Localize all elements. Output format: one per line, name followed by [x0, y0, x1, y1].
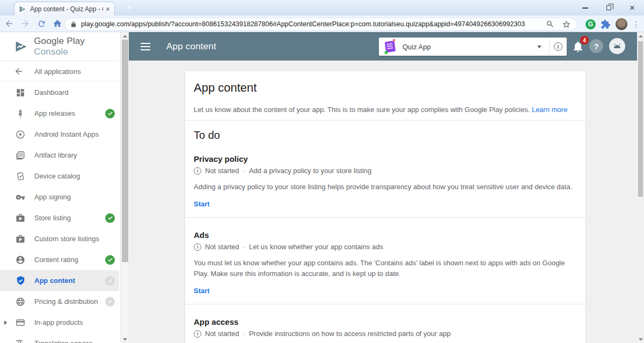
sidebar-item-custom-store-listings[interactable]: Custom store listings — [0, 228, 119, 249]
learn-more-link[interactable]: Learn more — [532, 106, 567, 114]
scroll-down-arrow[interactable] — [637, 335, 644, 343]
puzzle-extension-icon[interactable] — [601, 19, 611, 29]
browser-toolbar: play.google.com/apps/publish/?account=80… — [0, 16, 644, 32]
expand-caret-icon[interactable] — [4, 320, 7, 325]
window-controls: × — [573, 0, 644, 16]
page-scrollbar[interactable] — [637, 32, 644, 343]
info-icon: i — [194, 167, 201, 175]
status-text: Not started — [205, 330, 239, 338]
section-privacy-policy: Privacy policy i Not started · Add a pri… — [194, 154, 577, 218]
tab-title: App content - Quiz App - Googl — [30, 5, 103, 13]
sidebar-item-artifact-library[interactable]: Artifact library — [0, 145, 119, 166]
status-text: Not started — [205, 167, 239, 175]
divider — [185, 120, 586, 121]
sidebar-nav: Dashboard App releases Android Instant A… — [0, 82, 119, 343]
sidebar-item-translation-service[interactable]: Translation service — [0, 333, 119, 343]
page-title: App content — [166, 41, 216, 52]
chevron-down-icon[interactable] — [537, 46, 541, 48]
status-check-icon — [105, 276, 115, 286]
section-body: You must let us know whether your app co… — [194, 258, 576, 279]
library-icon — [15, 150, 26, 161]
forward-arrow-icon — [20, 19, 30, 28]
quiz-app-icon — [385, 41, 396, 53]
extensions-area: G ⋮ — [586, 17, 640, 31]
play-console-app: Google Play Console All applications Das… — [0, 32, 644, 343]
start-button[interactable]: Start — [194, 200, 210, 208]
forward-button[interactable] — [18, 17, 32, 31]
content-area: App content Let us know about the conten… — [129, 61, 637, 343]
info-icon: i — [194, 243, 201, 251]
browser-titlebar: App content - Quiz App - Googl × + × — [0, 0, 644, 16]
sidebar-item-dashboard[interactable]: Dashboard — [0, 82, 119, 103]
scroll-up-arrow[interactable] — [121, 32, 129, 40]
card-title: App content — [194, 81, 577, 95]
window-close-button[interactable]: × — [620, 0, 644, 16]
browser-menu-icon[interactable]: ⋮ — [632, 21, 640, 27]
address-bar[interactable]: play.google.com/apps/publish/?account=80… — [64, 18, 577, 31]
separator-dot: · — [243, 243, 245, 251]
help-button[interactable]: ? — [589, 39, 603, 53]
browser-tab[interactable]: App content - Quiz App - Googl × — [14, 2, 115, 16]
console-header: App content Quiz App i 4 ? — [129, 32, 637, 61]
section-title: Ads — [194, 230, 577, 240]
window-minimize-button[interactable] — [573, 0, 597, 16]
sidebar-item-app-signing[interactable]: App signing — [0, 187, 119, 207]
close-icon: × — [630, 4, 635, 12]
play-console-logo: Google Play Console — [0, 32, 119, 61]
notification-badge: 4 — [580, 36, 589, 44]
globe-icon — [15, 296, 26, 307]
status-row: i Not started · Let us know whether your… — [194, 243, 577, 251]
app-info-button[interactable]: i — [550, 42, 567, 51]
scrollbar-thumb[interactable] — [122, 40, 128, 262]
window-restore-button[interactable] — [597, 0, 620, 16]
browser-profile-avatar[interactable] — [616, 18, 627, 30]
section-title: Privacy policy — [194, 154, 577, 163]
status-summary: Add a privacy policy to your store listi… — [249, 167, 371, 175]
dashboard-icon — [15, 87, 26, 98]
notifications-button[interactable]: 4 — [570, 39, 586, 54]
sidebar-item-in-app-products[interactable]: In-app products — [0, 312, 119, 333]
divider — [185, 217, 586, 218]
home-button[interactable] — [50, 17, 64, 31]
scroll-down-arrow[interactable] — [121, 335, 129, 343]
screen: App content - Quiz App - Googl × + × pla… — [0, 0, 644, 343]
scroll-up-arrow[interactable] — [637, 32, 644, 40]
sidebar-item-app-content[interactable]: App content — [0, 270, 119, 291]
status-summary: Provide instructions on how to access re… — [249, 330, 451, 338]
app-selector[interactable]: Quiz App i — [379, 38, 567, 56]
menu-hamburger-icon[interactable] — [141, 43, 150, 50]
tab-close-icon[interactable]: × — [106, 5, 110, 13]
scrollbar-thumb[interactable] — [638, 41, 643, 197]
sidebar-item-content-rating[interactable]: Content rating — [0, 249, 119, 270]
start-button[interactable]: Start — [194, 287, 210, 295]
status-row: i Not started · Provide instructions on … — [194, 330, 577, 338]
person-icon — [15, 255, 26, 265]
android-icon — [611, 40, 623, 52]
divider — [185, 304, 586, 304]
back-button[interactable] — [2, 17, 16, 31]
status-row: i Not started · Add a privacy policy to … — [194, 167, 577, 175]
status-summary: Let us know whether your app contains ad… — [249, 243, 383, 251]
app-content-card: App content Let us know about the conten… — [185, 71, 586, 343]
section-body: Adding a privacy policy to your store li… — [194, 182, 576, 192]
sidebar-item-all-applications[interactable]: All applications — [0, 62, 119, 81]
sidebar-item-app-releases[interactable]: App releases — [0, 103, 119, 124]
status-check-icon — [105, 109, 115, 118]
sidebar-item-pricing-distribution[interactable]: Pricing & distribution — [0, 291, 119, 312]
account-avatar[interactable] — [609, 38, 625, 54]
play-console-logo-icon — [14, 40, 28, 53]
zoom-icon[interactable] — [546, 20, 554, 28]
reload-button[interactable] — [34, 17, 48, 31]
bookmark-star-icon[interactable] — [562, 20, 571, 29]
sidebar-item-store-listing[interactable]: Store listing — [0, 207, 119, 228]
status-check-icon — [105, 213, 115, 223]
separator-dot: · — [243, 330, 245, 338]
grammarly-extension-icon[interactable]: G — [586, 19, 596, 29]
back-arrow-icon — [4, 19, 14, 28]
translate-icon — [15, 338, 26, 343]
new-tab-button[interactable]: + — [122, 3, 135, 13]
sidebar-item-device-catalog[interactable]: Device catalog — [0, 166, 119, 187]
section-app-access: App access i Not started · Provide instr… — [194, 317, 577, 343]
sidebar-scrollbar[interactable] — [120, 32, 129, 343]
sidebar-item-android-instant-apps[interactable]: Android Instant Apps — [0, 124, 119, 145]
